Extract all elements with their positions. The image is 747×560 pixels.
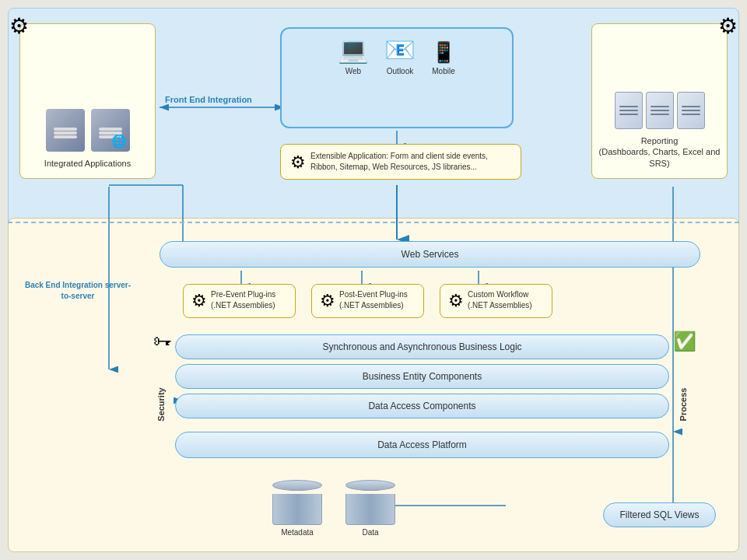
main-container: ⚙ Integrated Applications ⚙: [8, 8, 739, 552]
logic-bars-container: Synchronous and Asynchronous Business Lo…: [175, 334, 669, 418]
security-text: Security: [156, 387, 166, 421]
business-entity-label: Business Entity Components: [363, 371, 482, 382]
mobile-icon-item: 📱 Mobile: [431, 40, 456, 75]
mobile-icon: 📱: [431, 40, 456, 65]
web-icon: 💻: [338, 35, 369, 65]
security-label: Security: [152, 342, 170, 467]
reporting-label: Reporting(Dashboards, Charts, Excel andS…: [599, 135, 721, 169]
gear-icon-post-event: ⚙: [320, 291, 335, 311]
plugin-boxes-container: ⚙ Pre-Event Plug-ins(.NET Assemblies) ⚙ …: [183, 284, 552, 318]
server-icons: [46, 109, 130, 152]
gear-icon-custom-workflow: ⚙: [448, 291, 464, 311]
box-custom-workflow: ⚙ Custom Workflow(.NET Assemblies): [440, 284, 552, 318]
gear-icon-pre-event: ⚙: [191, 291, 207, 311]
box-client-apps: 💻 Web 📧 Outlook 📱 Mobile: [280, 27, 514, 128]
data-access-platform-label: Data Access Platform: [377, 439, 467, 450]
report-page-2: [646, 92, 674, 129]
web-services-label: Web Services: [402, 249, 459, 260]
report-page-1: [615, 92, 643, 129]
custom-workflow-text: Custom Workflow(.NET Assemblies): [468, 289, 532, 311]
mobile-label: Mobile: [432, 67, 454, 75]
web-label: Web: [345, 67, 361, 75]
post-event-text: Post-Event Plug-ins(.NET Assemblies): [339, 289, 408, 311]
divider-frontend-backend: [8, 222, 739, 223]
db-body-1: [272, 494, 322, 525]
box-reporting: ⚙ Reporting(Dashboards, Charts, Excel an…: [591, 23, 728, 179]
box-extensible: ⚙ Extensible Application: Form and clien…: [280, 144, 521, 180]
bar-sync-logic: Synchronous and Asynchronous Business Lo…: [175, 334, 669, 359]
metadata-db-label: Metadata: [281, 528, 314, 537]
data-db-label: Data: [362, 528, 378, 537]
metadata-db-item: Metadata: [272, 480, 322, 537]
outlook-label: Outlook: [387, 67, 413, 75]
frontend-integration-label: Front End Integration: [165, 95, 252, 104]
bar-data-access-components: Data Access Components: [175, 394, 669, 418]
data-db-item: Data: [345, 480, 395, 537]
box-integrated-apps: ⚙ Integrated Applications: [19, 23, 156, 179]
backend-integration-label: Back End Integration server-to-server: [23, 280, 132, 302]
filtered-sql-label: Filtered SQL Views: [619, 509, 699, 520]
report-page-3: [677, 92, 705, 129]
extensible-text: Extensible Application: Form and client …: [310, 151, 511, 173]
pre-event-text: Pre-Event Plug-ins(.NET Assemblies): [211, 289, 275, 311]
box-pre-event: ⚙ Pre-Event Plug-ins(.NET Assemblies): [183, 284, 296, 318]
box-post-event: ⚙ Post-Event Plug-ins(.NET Assemblies): [311, 284, 424, 318]
bar-web-services: Web Services: [160, 241, 700, 268]
gear-icon-extensible: ⚙: [290, 152, 306, 173]
web-icon-item: 💻 Web: [338, 35, 369, 75]
server-icon-2: [91, 109, 130, 152]
integrated-apps-label: Integrated Applications: [44, 158, 131, 169]
db-body-2: [345, 494, 395, 525]
client-icons-row: 💻 Web 📧 Outlook 📱 Mobile: [338, 35, 456, 75]
box-filtered-sql: Filtered SQL Views: [603, 502, 716, 527]
gear-icon-integrated: ⚙: [9, 13, 29, 39]
sync-logic-label: Synchronous and Asynchronous Business Lo…: [322, 341, 521, 352]
bar-business-entity: Business Entity Components: [175, 364, 669, 389]
db-top-1: [272, 480, 322, 491]
process-label: Process: [674, 342, 693, 467]
outlook-icon-item: 📧 Outlook: [384, 35, 416, 75]
db-container: Metadata Data: [272, 480, 395, 537]
db-top-2: [345, 480, 395, 491]
outlook-icon: 📧: [384, 35, 416, 65]
data-access-components-label: Data Access Components: [368, 401, 475, 411]
report-icons: [615, 92, 705, 129]
process-text: Process: [679, 388, 688, 422]
bar-data-access-platform: Data Access Platform: [175, 432, 669, 458]
gear-icon-reporting: ⚙: [718, 13, 738, 39]
server-icon-1: [46, 109, 85, 152]
